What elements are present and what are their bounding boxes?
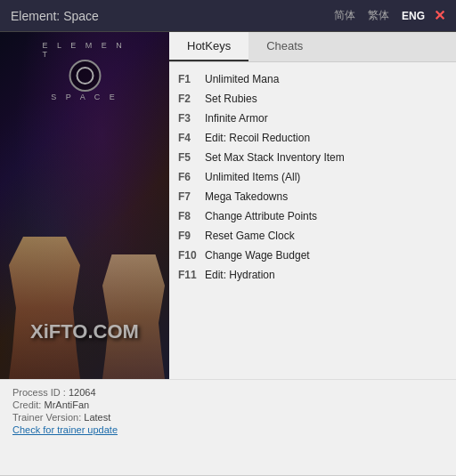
game-image-panel: E L E M E N T S P A C E XiFTO.COM [0, 32, 169, 379]
cheat-description: Unlimited Items (All) [205, 169, 300, 185]
cheat-description: Unlimited Mana [205, 71, 279, 87]
version-label: Trainer Version: [12, 412, 81, 423]
app-title: Element: Space [11, 9, 330, 23]
version-value: Latest [84, 412, 110, 423]
cheat-key: F5 [178, 149, 205, 165]
close-button[interactable]: ✕ [434, 7, 445, 24]
main-content: E L E M E N T S P A C E XiFTO.COM HotKey… [0, 32, 456, 379]
cheat-key: F8 [178, 208, 205, 224]
process-id-value: 12064 [69, 387, 96, 398]
update-link[interactable]: Check for trainer update [12, 424, 444, 435]
cheat-key: F6 [178, 169, 205, 185]
logo-text-element: E L E M E N T [43, 41, 127, 59]
cheat-key: F11 [178, 267, 205, 283]
cheat-item: F9 Reset Game Clock [178, 226, 447, 246]
cheat-item: F1 Unlimited Mana [178, 69, 447, 89]
cheat-item: F6 Unlimited Items (All) [178, 167, 447, 187]
tab-bar: HotKeys Cheats [169, 32, 456, 62]
cheat-item: F2 Set Rubies [178, 89, 447, 109]
lang-traditional[interactable]: 繁体 [364, 6, 393, 25]
credit-label: Credit: [12, 399, 41, 410]
cheat-key: F4 [178, 130, 205, 146]
logo-text-space: S P A C E [51, 93, 118, 101]
lang-simplified[interactable]: 简体 [330, 6, 359, 25]
cheat-key: F9 [178, 228, 205, 244]
game-image: E L E M E N T S P A C E XiFTO.COM [0, 32, 169, 379]
cheat-item: F10 Change Wage Budget [178, 246, 447, 265]
cheat-key: F3 [178, 110, 205, 126]
cheat-item: F5 Set Max Stack Inventory Item [178, 148, 447, 167]
cheat-key: F1 [178, 71, 205, 87]
cheat-key: F10 [178, 247, 205, 263]
cheat-item: F4 Edit: Recoil Reduction [178, 128, 447, 148]
cheat-item: F8 Change Attribute Points [178, 206, 447, 226]
cheat-description: Reset Game Clock [205, 228, 295, 244]
watermark: XiFTO.COM [30, 320, 139, 343]
cheat-description: Infinite Armor [205, 110, 268, 126]
cheat-description: Mega Takedowns [205, 189, 288, 205]
cheat-item: F11 Edit: Hydration [178, 265, 447, 285]
logo-icon [69, 60, 101, 92]
process-id-line: Process ID : 12064 [12, 387, 444, 398]
info-panel: Process ID : 12064 Credit: MrAntiFan Tra… [0, 379, 456, 475]
version-line: Trainer Version: Latest [12, 412, 444, 423]
process-id-label: Process ID : [12, 387, 66, 398]
language-selector: 简体 繁体 ENG [330, 6, 428, 25]
cheat-description: Change Wage Budget [205, 247, 310, 263]
lang-english[interactable]: ENG [398, 8, 428, 24]
cheat-key: F7 [178, 189, 205, 205]
cheat-list: F1 Unlimited Mana F2 Set Rubies F3 Infin… [169, 62, 456, 379]
cheat-description: Change Attribute Points [205, 208, 317, 224]
title-bar: Element: Space 简体 繁体 ENG ✕ [0, 0, 456, 32]
cheats-panel: HotKeys Cheats F1 Unlimited Mana F2 Set … [169, 32, 456, 379]
cheat-item: F3 Infinite Armor [178, 109, 447, 128]
cheat-description: Set Rubies [205, 91, 257, 107]
tab-cheats[interactable]: Cheats [248, 32, 321, 61]
tab-hotkeys[interactable]: HotKeys [169, 32, 248, 61]
credit-value: MrAntiFan [44, 399, 89, 410]
credit-line: Credit: MrAntiFan [12, 399, 444, 410]
cheat-description: Edit: Hydration [205, 267, 275, 283]
cheat-key: F2 [178, 91, 205, 107]
cheat-description: Edit: Recoil Reduction [205, 130, 310, 146]
cheat-description: Set Max Stack Inventory Item [205, 149, 345, 165]
character-figure-left [9, 237, 80, 379]
cheat-item: F7 Mega Takedowns [178, 187, 447, 206]
character-figure-right [102, 254, 165, 379]
game-logo: E L E M E N T S P A C E [43, 41, 127, 101]
